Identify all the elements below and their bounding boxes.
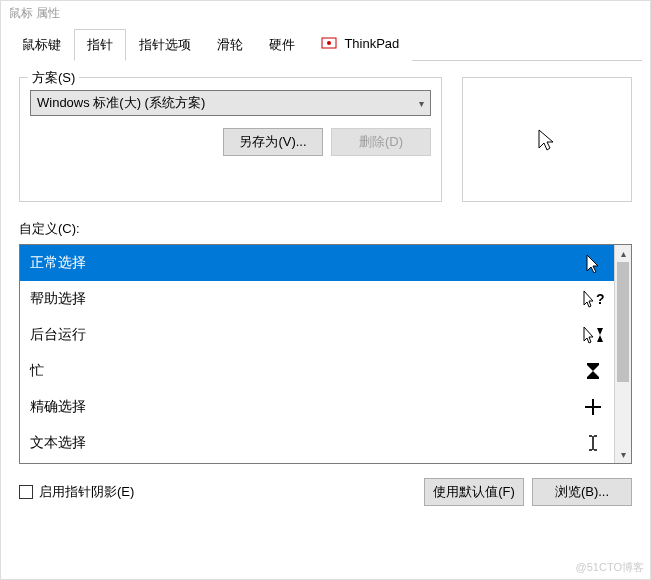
- cursor-label: 精确选择: [30, 398, 86, 416]
- list-item[interactable]: 文本选择: [20, 425, 614, 461]
- tab-mouse-keys[interactable]: 鼠标键: [9, 29, 74, 61]
- tab-hardware[interactable]: 硬件: [256, 29, 308, 61]
- svg-point-1: [327, 41, 331, 45]
- arrow-icon: [582, 252, 604, 274]
- cursor-label: 正常选择: [30, 254, 86, 272]
- cursor-listbox: 正常选择帮助选择?后台运行忙精确选择文本选择手写不可用 ▴ ▾: [19, 244, 632, 464]
- scheme-group-label: 方案(S): [28, 69, 79, 87]
- cursor-list[interactable]: 正常选择帮助选择?后台运行忙精确选择文本选择手写不可用: [20, 245, 614, 463]
- tab-wheel[interactable]: 滑轮: [204, 29, 256, 61]
- watermark: @51CTO博客: [576, 560, 644, 575]
- scrollbar[interactable]: ▴ ▾: [614, 245, 631, 463]
- cursor-label: 后台运行: [30, 326, 86, 344]
- cross-icon: [582, 396, 604, 418]
- scroll-up-icon[interactable]: ▴: [615, 245, 631, 262]
- list-item[interactable]: 精确选择: [20, 389, 614, 425]
- list-item[interactable]: 后台运行: [20, 317, 614, 353]
- scroll-down-icon[interactable]: ▾: [615, 446, 631, 463]
- list-item[interactable]: 忙: [20, 353, 614, 389]
- checkbox-box: [19, 485, 33, 499]
- cursor-preview: [462, 77, 632, 202]
- list-item[interactable]: 帮助选择?: [20, 281, 614, 317]
- list-item[interactable]: 手写: [20, 461, 614, 463]
- arrow-cursor-icon: [535, 128, 559, 152]
- cursor-label: 忙: [30, 362, 44, 380]
- scheme-dropdown[interactable]: Windows 标准(大) (系统方案) ▾: [30, 90, 431, 116]
- scheme-dropdown-value: Windows 标准(大) (系统方案): [37, 94, 205, 112]
- tab-pointers[interactable]: 指针: [74, 29, 126, 61]
- busy-arrow-icon: [582, 324, 604, 346]
- list-item[interactable]: 正常选择: [20, 245, 614, 281]
- ibeam-icon: [582, 432, 604, 454]
- help-icon: ?: [582, 288, 604, 310]
- cursor-label: 帮助选择: [30, 290, 86, 308]
- browse-button[interactable]: 浏览(B)...: [532, 478, 632, 506]
- scheme-group: 方案(S) Windows 标准(大) (系统方案) ▾ 另存为(V)... 删…: [19, 77, 442, 202]
- tab-thinkpad[interactable]: ThinkPad: [308, 29, 412, 61]
- mouse-properties-window: 鼠标 属性 鼠标键 指针 指针选项 滑轮 硬件 ThinkPad 方案(S) W…: [0, 0, 651, 580]
- use-defaults-button[interactable]: 使用默认值(F): [424, 478, 524, 506]
- scroll-thumb[interactable]: [617, 262, 629, 382]
- hourglass-icon: [582, 360, 604, 382]
- chevron-down-icon: ▾: [419, 98, 424, 109]
- delete-button: 删除(D): [331, 128, 431, 156]
- window-title: 鼠标 属性: [1, 1, 650, 26]
- tab-strip: 鼠标键 指针 指针选项 滑轮 硬件 ThinkPad: [9, 28, 642, 61]
- thinkpad-icon: [321, 37, 337, 53]
- cursor-label: 文本选择: [30, 434, 86, 452]
- pointer-shadow-label: 启用指针阴影(E): [39, 483, 134, 501]
- save-as-button[interactable]: 另存为(V)...: [223, 128, 323, 156]
- svg-text:?: ?: [596, 291, 604, 307]
- custom-label: 自定义(C):: [19, 220, 632, 238]
- tab-content: 方案(S) Windows 标准(大) (系统方案) ▾ 另存为(V)... 删…: [1, 61, 650, 506]
- tab-pointer-options[interactable]: 指针选项: [126, 29, 204, 61]
- pointer-shadow-checkbox[interactable]: 启用指针阴影(E): [19, 483, 134, 501]
